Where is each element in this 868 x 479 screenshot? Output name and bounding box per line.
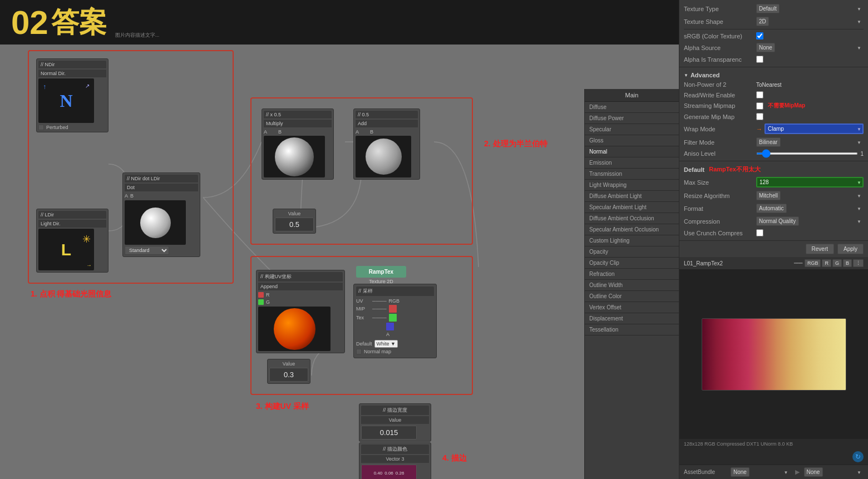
aniso-slider[interactable] bbox=[756, 152, 858, 155]
add-a-label: A bbox=[356, 129, 359, 135]
node-outline-color[interactable]: // 描边颜色 Vector 3 0.40 0.06 0.26 bbox=[359, 442, 431, 479]
append-sublabel: Append bbox=[258, 283, 343, 290]
add-b-label: B bbox=[370, 129, 373, 135]
node-multiply[interactable]: // x 0.5 Multiply A B bbox=[262, 108, 334, 180]
node-add[interactable]: // 0.5 Add A B bbox=[353, 108, 420, 180]
non-power-value: ToNearest bbox=[756, 82, 864, 88]
tex-label: Tex bbox=[356, 315, 370, 320]
node-graph: // NDir Normal Dir. N ↑ ↗ Perturbed // L… bbox=[0, 45, 679, 479]
shader-row-tessellation[interactable]: Tessellation bbox=[585, 324, 679, 335]
node-sample[interactable]: // 采样 UV ──── RGB MIP ──── Tex ──── bbox=[353, 284, 437, 358]
wrap-arrow-icon: → bbox=[756, 126, 762, 132]
shader-row-diffuse-ambient-occlusion[interactable]: Diffuse Ambient Occlusion bbox=[585, 213, 679, 224]
resize-alg-select[interactable]: Mitchell bbox=[756, 191, 781, 200]
shader-row-light-wrapping[interactable]: Light Wrapping bbox=[585, 180, 679, 191]
aniso-label: Aniso Level bbox=[684, 150, 756, 157]
shader-row-opacity[interactable]: Opacity bbox=[585, 246, 679, 258]
wrap-mode-label: Wrap Mode bbox=[684, 126, 756, 132]
node-value-03[interactable]: Value 0.3 bbox=[267, 359, 310, 384]
wrap-mode-select[interactable]: Clamp Repeat bbox=[765, 124, 864, 134]
perturbed-row: Perturbed bbox=[38, 125, 106, 130]
triangle-icon: ▼ bbox=[684, 73, 688, 78]
texture-type-select[interactable]: Default bbox=[756, 4, 780, 13]
append-r-row: R bbox=[258, 292, 343, 298]
ch-b-btn[interactable]: B bbox=[843, 259, 852, 267]
apply-button[interactable]: Apply bbox=[837, 244, 864, 254]
ch-g-btn[interactable]: G bbox=[832, 259, 842, 267]
shader-row-custom-lighting[interactable]: Custom Lighting bbox=[585, 235, 679, 246]
generate-mipmap-label: Generate Mip Map bbox=[684, 113, 756, 120]
outline-color-display: 0.40 0.06 0.26 bbox=[361, 465, 417, 479]
filter-mode-select[interactable]: Bilinear bbox=[756, 137, 781, 147]
shader-row-outline-color[interactable]: Outline Color bbox=[585, 291, 679, 302]
perturbed-checkbox[interactable] bbox=[38, 125, 44, 130]
value03-display[interactable]: 0.3 bbox=[269, 368, 308, 382]
multiply-preview bbox=[264, 136, 325, 177]
non-power-row: Non-Power of 2 ToNearest bbox=[684, 80, 864, 90]
wrap-mode-row: Wrap Mode → Clamp Repeat ▼ bbox=[684, 122, 864, 136]
shader-row-emission[interactable]: Emission bbox=[585, 157, 679, 169]
shader-row-normal[interactable]: Normal bbox=[585, 146, 679, 157]
annotation-2: 2. 处理为半兰伯特 bbox=[484, 139, 548, 149]
ch-r-btn[interactable]: R bbox=[822, 259, 831, 267]
node-value-05[interactable]: Value 0.5 bbox=[273, 209, 316, 234]
alpha-source-select[interactable]: None bbox=[756, 43, 775, 52]
shader-row-vertex-offset[interactable]: Vertex Offset bbox=[585, 302, 679, 313]
main-area: 02 答案 图片内容描述文字... bbox=[0, 0, 679, 479]
normal-map-checkbox[interactable] bbox=[356, 349, 362, 354]
right-panel: Texture Type Default Texture Shape 2D sR… bbox=[679, 0, 868, 479]
shader-row-specular[interactable]: Specular bbox=[585, 124, 679, 135]
append-preview bbox=[258, 307, 331, 351]
shader-row-gloss[interactable]: Gloss bbox=[585, 135, 679, 146]
shader-row-transmission[interactable]: Transmission bbox=[585, 169, 679, 180]
ch-rgb-btn[interactable]: RGB bbox=[805, 259, 821, 267]
use-crunch-checkbox[interactable] bbox=[756, 229, 763, 236]
shader-row-outline-width[interactable]: Outline Width bbox=[585, 280, 679, 291]
alpha-source-label: Alpha Source bbox=[684, 45, 756, 51]
srgb-checkbox[interactable] bbox=[756, 32, 763, 39]
texture-shape-select[interactable]: 2D bbox=[756, 17, 769, 26]
default-label: Default bbox=[356, 341, 372, 347]
compression-select[interactable]: Normal Quality bbox=[756, 216, 799, 226]
revert-button[interactable]: Revert bbox=[806, 244, 834, 254]
value05-display[interactable]: 0.5 bbox=[275, 218, 314, 231]
node-ldir[interactable]: // LDir Light Dir. L ✳ → bbox=[36, 209, 108, 273]
compression-wrap: Normal Quality bbox=[756, 216, 864, 226]
dot-dropdown[interactable]: Standard bbox=[125, 246, 169, 255]
shader-row-diffuse[interactable]: Diffuse bbox=[585, 102, 679, 113]
refresh-icon[interactable]: ↻ bbox=[852, 451, 864, 462]
header-number: 02 bbox=[11, 3, 48, 42]
shader-row-refraction[interactable]: Refraction bbox=[585, 269, 679, 280]
alpha-transparent-checkbox[interactable] bbox=[756, 56, 763, 63]
shader-row-opacity-clip[interactable]: Opacity Clip bbox=[585, 258, 679, 269]
texture-preview-area: L01_RampTex2 ━━━ RGB R G B ⋮ 128x128 RGB… bbox=[679, 257, 868, 465]
shader-row-displacement[interactable]: Displacement bbox=[585, 313, 679, 324]
generate-mipmap-checkbox[interactable] bbox=[756, 113, 763, 120]
streaming-mipmap-checkbox[interactable] bbox=[756, 102, 763, 110]
node-dot[interactable]: // NDir dot LDir Dot A B Standard bbox=[122, 172, 200, 257]
format-select[interactable]: Automatic bbox=[756, 204, 787, 213]
read-write-row: Read/Write Enable bbox=[684, 90, 864, 100]
asset-bundle-select2[interactable]: None bbox=[804, 467, 823, 477]
node-append[interactable]: // 构建UV坐标 Append R G bbox=[256, 270, 345, 353]
node-ramptex[interactable]: RampTex Texture 2D bbox=[356, 266, 406, 284]
read-write-checkbox[interactable] bbox=[756, 91, 763, 98]
shader-row-specular-ambient-occlusion[interactable]: Specular Ambient Occlusion bbox=[585, 224, 679, 235]
max-size-select[interactable]: 128 256 512 1024 2048 bbox=[756, 177, 864, 187]
mult-a-label: A bbox=[264, 129, 267, 135]
header-title: 答案 bbox=[51, 4, 107, 41]
white-dropdown-btn[interactable]: White ▼ bbox=[374, 340, 398, 348]
uv-row: UV ──── RGB bbox=[356, 298, 434, 304]
ch-more-btn[interactable]: ⋮ bbox=[853, 259, 864, 267]
asset-bundle-select[interactable]: None bbox=[731, 467, 749, 477]
outline-width-display[interactable]: 0.015 bbox=[361, 426, 417, 440]
shader-row-diffuse-ambient-light[interactable]: Diffuse Ambient Light bbox=[585, 191, 679, 202]
r-out-swatch bbox=[389, 305, 397, 313]
shader-row-specular-ambient-light[interactable]: Specular Ambient Light bbox=[585, 202, 679, 213]
node-outline-width[interactable]: // 描边宽度 Value 0.015 bbox=[359, 403, 431, 442]
read-write-label: Read/Write Enable bbox=[684, 92, 756, 98]
dot-preview bbox=[125, 200, 186, 245]
normal-map-row: Normal map bbox=[356, 348, 434, 355]
shader-row-diffuse-power[interactable]: Diffuse Power bbox=[585, 113, 679, 124]
node-ndir[interactable]: // NDir Normal Dir. N ↑ ↗ Perturbed bbox=[36, 58, 108, 132]
